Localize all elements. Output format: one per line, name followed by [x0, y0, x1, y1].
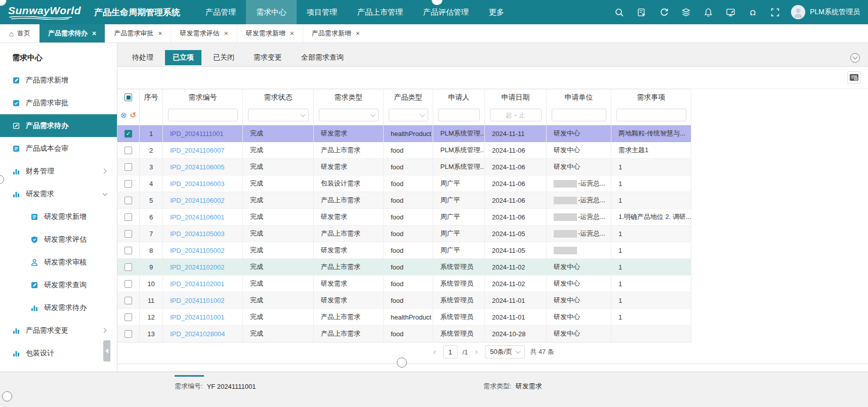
sidebar-item[interactable]: 产品成本会审 [0, 137, 117, 160]
nav-menu-item[interactable]: 产品管理 [195, 0, 246, 24]
row-checkbox[interactable] [125, 297, 132, 304]
row-checkbox[interactable] [125, 263, 132, 271]
close-icon[interactable]: × [290, 29, 294, 37]
sidebar-item[interactable]: 包装设计 [0, 342, 117, 365]
requirement-code-link[interactable]: IPD_20241106007 [170, 147, 224, 154]
layers-icon[interactable] [681, 8, 691, 17]
row-checkbox[interactable] [125, 213, 132, 221]
current-page[interactable]: 1 [443, 345, 458, 358]
filter-status-select[interactable] [248, 109, 309, 121]
nav-menu-item[interactable]: 需求中心 [246, 0, 297, 24]
collapse-filter-button[interactable] [850, 53, 860, 63]
filter-applicant-input[interactable] [438, 109, 480, 121]
tab-home[interactable]: ⌂ 首页 [0, 24, 39, 42]
sidebar-item[interactable]: 研发需求 [0, 183, 117, 205]
sidebar-item[interactable]: 产品需求待办 [0, 114, 117, 137]
requirement-code-link[interactable]: IPD_20241102002 [170, 263, 224, 271]
window-tab[interactable]: 产品需求待办× [39, 24, 105, 42]
table-row[interactable]: 1IPD_20241111001完成研发需求healthProductPLM系统… [117, 125, 691, 142]
table-row[interactable]: 5IPD_20241106002完成产品上市需求food周广平2024-11-0… [117, 192, 691, 209]
requirement-code-link[interactable]: IPD_20241101001 [170, 313, 224, 321]
requirement-code-link[interactable]: IPD_20241111001 [170, 130, 224, 138]
user-menu[interactable]: PLM系统管理员 [791, 5, 860, 19]
nav-menu-item[interactable]: 更多 [479, 0, 514, 24]
sidebar-item[interactable]: 产品需求审批 [0, 92, 117, 114]
horizontal-splitter[interactable] [117, 364, 868, 364]
row-checkbox[interactable] [125, 130, 132, 138]
requirement-code-link[interactable]: IPD_20241106002 [170, 197, 224, 204]
table-row[interactable]: 6IPD_20241106001完成研发需求food周广平2024-11-06-… [117, 209, 691, 225]
row-checkbox[interactable] [125, 180, 132, 188]
sidebar-item[interactable]: 研发需求评估 [0, 228, 117, 251]
filter-code-input[interactable] [168, 109, 238, 121]
status-tab[interactable]: 全部需求查询 [294, 50, 351, 65]
splitter-handle[interactable] [2, 391, 12, 401]
column-settings-button[interactable] [847, 71, 861, 84]
status-tab[interactable]: 已立项 [165, 50, 201, 65]
requirement-code-link[interactable]: IPD_20241028004 [170, 330, 225, 338]
nav-menu-item[interactable]: 产品上市管理 [347, 0, 413, 24]
table-row[interactable]: 9IPD_20241102002完成产品上市需求food系统管理员2024-11… [117, 259, 691, 276]
bell-icon[interactable] [704, 8, 713, 17]
table-row[interactable]: 7IPD_20241105003完成产品上市需求food周广平2024-11-0… [117, 225, 691, 242]
requirement-code-link[interactable]: IPD_20241106005 [170, 163, 224, 171]
sidebar-item[interactable]: 产品需求变更 [0, 319, 117, 342]
window-tab[interactable]: 产品需求审批× [105, 24, 171, 42]
row-checkbox[interactable] [125, 163, 132, 171]
sidebar-item[interactable]: 产品需求新增 [0, 69, 117, 92]
close-icon[interactable]: × [158, 29, 162, 37]
row-checkbox[interactable] [125, 313, 132, 321]
sidebar-item[interactable]: 研发需求查询 [0, 274, 117, 296]
row-checkbox[interactable] [125, 330, 132, 338]
filter-date-range-input[interactable] [490, 109, 542, 121]
clipboard-icon[interactable] [637, 8, 646, 17]
sidebar-item[interactable]: 财务管理 [0, 160, 117, 183]
fullscreen-icon[interactable] [770, 8, 780, 17]
next-page-icon[interactable]: › [473, 347, 480, 357]
nav-menu-item[interactable]: 产品评估管理 [413, 0, 479, 24]
requirement-code-link[interactable]: IPD_20241105003 [170, 230, 224, 238]
status-tab[interactable]: 已关闭 [205, 50, 242, 65]
sidebar-item[interactable]: 研发需求待办 [0, 296, 117, 319]
requirement-code-link[interactable]: IPD_20241105002 [170, 247, 224, 254]
page-size-select[interactable]: 50条/页 [485, 345, 525, 358]
filter-unit-input[interactable] [552, 109, 606, 121]
row-checkbox[interactable] [125, 230, 132, 238]
omega-icon[interactable]: Ω [748, 8, 758, 17]
status-tab[interactable]: 待处理 [125, 50, 161, 65]
table-row[interactable]: 3IPD_20241106005完成研发需求foodPLM系统管理...2024… [117, 159, 691, 175]
filter-type-select[interactable] [319, 109, 379, 121]
table-row[interactable]: 2IPD_20241106007完成产品上市需求foodPLM系统管理...20… [117, 142, 691, 159]
window-tab[interactable]: 研发需求评估× [171, 24, 236, 42]
row-checkbox[interactable] [125, 247, 132, 254]
splitter-handle[interactable] [397, 357, 407, 368]
row-checkbox[interactable] [125, 147, 132, 154]
status-tab[interactable]: 需求变更 [246, 50, 290, 65]
sidebar-item[interactable]: 研发需求审核 [0, 251, 117, 274]
close-icon[interactable]: × [356, 29, 360, 37]
table-row[interactable]: 4IPD_20241106003完成包装设计需求food周广平2024-11-0… [117, 175, 691, 192]
row-checkbox[interactable] [125, 280, 132, 288]
nav-menu-item[interactable]: 项目管理 [297, 0, 347, 24]
sidebar-collapse-button[interactable] [103, 340, 110, 361]
reset-filter-icon[interactable]: ↺ [130, 111, 137, 119]
select-all-checkbox[interactable] [125, 94, 132, 101]
table-row[interactable]: 8IPD_20241105002完成研发需求food周广平2024-11-051 [117, 242, 691, 259]
clear-filter-icon[interactable]: ⊗ [120, 111, 127, 119]
window-tab[interactable]: 产品需求新增× [303, 24, 368, 42]
table-row[interactable]: 12IPD_20241101001完成产品上市需求healthProduct系统… [117, 309, 691, 326]
requirement-code-link[interactable]: IPD_20241106003 [170, 180, 224, 188]
table-row[interactable]: 11IPD_20241101002完成研发需求food系统管理员2024-11-… [117, 292, 691, 309]
filter-item-input[interactable] [616, 109, 686, 121]
prev-page-icon[interactable]: ‹ [431, 347, 438, 357]
table-row[interactable]: 13IPD_20241028004完成产品上市需求food系统管理员2024-1… [117, 326, 691, 342]
requirement-code-link[interactable]: IPD_20241106001 [170, 213, 224, 221]
refresh-icon[interactable] [659, 8, 669, 17]
requirement-code-link[interactable]: IPD_20241101002 [170, 297, 224, 304]
requirement-code-link[interactable]: IPD_20241102001 [170, 280, 224, 288]
screen-edit-icon[interactable] [726, 8, 735, 17]
close-icon[interactable]: × [224, 29, 228, 37]
row-checkbox[interactable] [125, 197, 132, 204]
table-row[interactable]: 10IPD_20241102001完成研发需求food系统管理员2024-11-… [117, 276, 691, 292]
sidebar-item[interactable]: 研发需求新增 [0, 205, 117, 228]
